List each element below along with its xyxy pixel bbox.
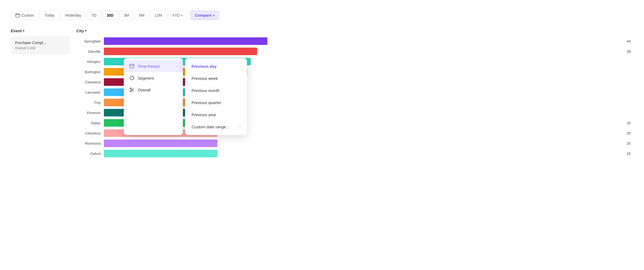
bar xyxy=(104,140,217,147)
bar xyxy=(104,48,257,55)
12m-button[interactable]: 12M xyxy=(150,11,167,20)
bar-label: Burlington xyxy=(76,70,101,74)
bar-label: Richmond xyxy=(76,141,101,145)
bar-label: Oxford xyxy=(76,152,101,156)
custom-button[interactable]: Custom xyxy=(11,11,39,20)
bar-label: Cleveland xyxy=(76,80,101,84)
submenu-item-label: Previous month xyxy=(192,88,220,93)
event-name: Purchase Compl... xyxy=(15,41,66,45)
svg-rect-0 xyxy=(16,14,19,17)
bar-row: Richmond25 xyxy=(76,140,633,147)
compare-item-label: Time Period xyxy=(138,64,159,69)
compare-item-label: Overall xyxy=(138,88,151,92)
submenu-item-previous-quarter[interactable]: Previous quarter xyxy=(185,97,247,109)
bar-label: Columbus xyxy=(76,131,101,135)
bar-row: Oxford25 xyxy=(76,150,633,157)
submenu-item-label: Previous quarter xyxy=(192,100,221,105)
event-card: Purchase Compl... Overall 3,492 xyxy=(11,36,70,54)
bar-label: Springfield xyxy=(76,39,101,43)
bar-row: Danville39 xyxy=(76,48,633,55)
city-chevron-icon: ▾ xyxy=(85,29,87,33)
submenu-items: Previous dayPrevious weekPrevious monthP… xyxy=(185,60,247,133)
compare-button[interactable]: Compare ▾ xyxy=(190,11,219,20)
event-header: Event ▾ xyxy=(11,29,70,33)
submenu-item-previous-week[interactable]: Previous week xyxy=(185,72,247,84)
scissors-icon xyxy=(129,87,135,93)
main-content: Event ▾ Purchase Compl... Overall 3,492 … xyxy=(11,29,633,160)
bar-label: Troy xyxy=(76,101,101,105)
event-count: Overall 3,492 xyxy=(15,46,66,50)
today-button[interactable]: Today xyxy=(40,11,59,20)
time-period-submenu: Previous dayPrevious weekPrevious monthP… xyxy=(185,58,247,135)
6m-button[interactable]: 6M xyxy=(135,11,149,20)
bar-label: Dallas xyxy=(76,121,101,125)
30d-button[interactable]: 30D xyxy=(102,11,118,20)
toolbar: Custom Today Yesterday 7D 30D 3M 6M 12M … xyxy=(11,11,633,20)
compare-chevron-icon: ▾ xyxy=(213,14,214,17)
submenu-item-previous-year[interactable]: Previous year xyxy=(185,109,247,121)
bar-value: 25 xyxy=(627,152,633,156)
compare-item-overall[interactable]: Overall xyxy=(124,84,183,96)
event-chevron-icon: ▾ xyxy=(23,29,24,33)
submenu-item-previous-month[interactable]: Previous month xyxy=(185,84,247,97)
bar-container xyxy=(104,48,621,55)
compare-item-segment[interactable]: Segment xyxy=(124,72,183,84)
calendar-icon xyxy=(129,63,135,69)
segment-icon xyxy=(129,75,135,81)
calendar-icon xyxy=(15,13,20,17)
3m-button[interactable]: 3M xyxy=(119,11,133,20)
city-header: City ▾ xyxy=(76,29,633,33)
submenu-item-previous-day[interactable]: Previous day xyxy=(185,60,247,72)
bar xyxy=(104,150,217,157)
bar-value: 25 xyxy=(627,121,633,125)
dropdown-container: Time Period›SegmentOverall Previous dayP… xyxy=(124,58,247,135)
bar-label: Danville xyxy=(76,49,101,54)
bar-container xyxy=(104,37,621,45)
bar-container xyxy=(104,150,621,157)
compare-items: Time Period›SegmentOverall xyxy=(124,60,183,96)
event-panel: Event ▾ Purchase Compl... Overall 3,492 xyxy=(11,29,70,160)
bar-row: Springfield44 xyxy=(76,37,633,45)
xtd-button[interactable]: XTD ▾ xyxy=(168,11,187,20)
submenu-arrow-icon: › xyxy=(239,125,240,129)
bar-label: Florence xyxy=(76,111,101,115)
bar-value: 25 xyxy=(627,131,633,135)
compare-item-label: Segment xyxy=(138,76,154,80)
submenu-item-label: Custom date range... xyxy=(192,125,229,129)
bar-value: 44 xyxy=(627,39,633,43)
bar-label: Arlington xyxy=(76,60,101,64)
yesterday-button[interactable]: Yesterday xyxy=(60,11,86,20)
submenu-item-custom-date-range[interactable]: Custom date range...› xyxy=(185,121,247,133)
7d-button[interactable]: 7D xyxy=(87,11,101,20)
submenu-item-label: Previous year xyxy=(192,112,216,117)
bar-label: Lancaster xyxy=(76,90,101,94)
submenu-item-label: Previous week xyxy=(192,76,218,81)
xtd-chevron-icon: ▾ xyxy=(181,14,183,17)
compare-item-time-period[interactable]: Time Period› xyxy=(124,60,183,72)
compare-dropdown: Time Period›SegmentOverall xyxy=(124,58,183,135)
bar-container xyxy=(104,140,621,147)
submenu-item-label: Previous day xyxy=(192,64,217,69)
svg-rect-4 xyxy=(130,64,134,68)
bar xyxy=(104,37,267,45)
arrow-icon: › xyxy=(176,64,178,68)
bar-value: 25 xyxy=(627,141,633,145)
bar-value: 39 xyxy=(627,49,633,54)
